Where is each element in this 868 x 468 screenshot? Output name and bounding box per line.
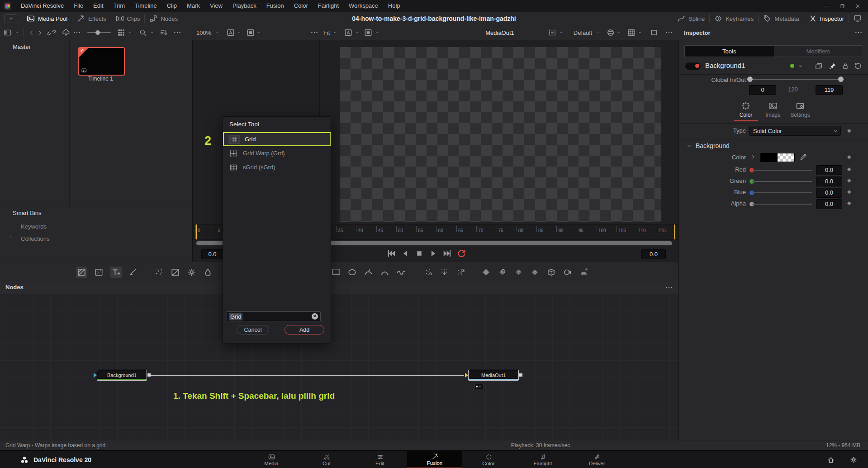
node-output[interactable] [519, 373, 522, 377]
chevron-right-icon[interactable] [750, 154, 756, 160]
more-options-icon[interactable] [73, 29, 81, 37]
more-options-icon[interactable] [854, 29, 863, 37]
tool-light3d-icon[interactable] [530, 267, 540, 277]
clear-search-icon[interactable]: ✕ [312, 313, 318, 320]
tool-ellipse-icon[interactable] [347, 267, 357, 277]
more-options-icon[interactable] [173, 29, 181, 37]
tool-fastnoise-icon[interactable] [94, 267, 104, 277]
grid-view-icon[interactable] [117, 29, 125, 37]
node-output[interactable] [147, 373, 151, 377]
channel-value-field[interactable]: 0.0 [816, 188, 842, 198]
close-icon[interactable] [855, 3, 861, 9]
global-in-field[interactable]: 0 [749, 85, 776, 95]
header-button-clips[interactable]: Clips [116, 12, 140, 25]
node-mediaout1[interactable]: MediaOut1 [468, 370, 519, 381]
stop-button[interactable] [414, 248, 424, 258]
tool-merge3d-icon[interactable] [481, 267, 491, 277]
node-enable-toggle[interactable] [685, 62, 701, 70]
panel-toggle-button[interactable] [5, 14, 17, 23]
buffer-icon[interactable] [247, 29, 255, 37]
tab-settings[interactable]: Settings [784, 101, 816, 118]
tool-bspline-icon[interactable] [380, 267, 389, 277]
modifier-diamond-icon[interactable]: ◆ [847, 200, 851, 206]
tool-particles-icon[interactable] [154, 267, 164, 277]
roi-icon[interactable] [548, 29, 556, 37]
tool-paint-icon[interactable] [128, 267, 138, 277]
modifier-diamond-icon[interactable]: ◆ [847, 177, 851, 183]
thumbnail-size-slider[interactable] [87, 32, 111, 33]
tool-item-sgrid-sgrd-[interactable]: sGrid (sGrd) [223, 160, 331, 174]
eyedropper-icon[interactable] [799, 153, 807, 161]
sidebar-item-keywords[interactable]: Keywords [21, 223, 47, 230]
modifier-diamond-icon[interactable]: ◆ [847, 166, 851, 172]
header-button-spline[interactable]: Spline [677, 12, 705, 25]
3d-view-icon[interactable] [607, 29, 615, 37]
menu-help[interactable]: Help [383, 0, 405, 12]
node-graph[interactable]: Background1 MediaOut1 [0, 293, 678, 440]
tab-tools[interactable]: Tools [685, 46, 774, 57]
sidebar-item-collections[interactable]: Collections [21, 235, 50, 242]
unlink-icon[interactable] [47, 29, 56, 37]
minimize-icon[interactable] [823, 3, 829, 9]
more-options-icon[interactable] [310, 29, 318, 37]
tool-render3d-icon[interactable] [579, 267, 588, 277]
modifier-diamond-icon[interactable]: ◆ [847, 128, 851, 134]
header-button-inspector[interactable]: Inspector [809, 12, 844, 25]
tool-camera3d-icon[interactable] [563, 267, 572, 277]
tool-rectangle-icon[interactable] [331, 267, 341, 277]
pin-icon[interactable] [829, 62, 837, 70]
tool-prender-icon[interactable] [456, 267, 465, 277]
tool-item-grid[interactable]: Grid [223, 132, 331, 146]
cloud-sync-icon[interactable] [62, 29, 70, 37]
slider-track[interactable] [752, 181, 812, 182]
global-inout-slider[interactable] [749, 79, 842, 80]
nav-page-color[interactable]: Color [464, 451, 513, 468]
tool-search-input[interactable]: Grid ✕ [227, 311, 321, 321]
forward-icon[interactable] [37, 30, 43, 36]
chevron-down-icon[interactable] [595, 30, 600, 35]
color-swatch[interactable] [760, 153, 795, 162]
tool-plane3d-icon[interactable] [546, 267, 556, 277]
lut-dropdown[interactable]: Default [574, 29, 592, 36]
channel-a-icon[interactable] [227, 29, 235, 37]
menu-edit[interactable]: Edit [88, 0, 108, 12]
chevron-down-icon[interactable] [333, 30, 337, 35]
tab-modifiers[interactable]: Modifiers [774, 46, 863, 57]
end-time-field[interactable]: 0.0 [641, 249, 666, 259]
menu-fairlight[interactable]: Fairlight [313, 0, 344, 12]
guides-icon[interactable] [627, 29, 636, 37]
tool-curves-icon[interactable] [171, 267, 180, 277]
node-input[interactable] [94, 373, 97, 377]
menu-timeline[interactable]: Timeline [130, 0, 162, 12]
tool-wave-icon[interactable] [396, 267, 406, 277]
chevron-down-icon[interactable] [14, 30, 19, 35]
chevron-down-icon[interactable] [617, 30, 621, 35]
node-background1[interactable]: Background1 [97, 370, 147, 381]
modifier-diamond-icon[interactable]: ◆ [847, 154, 851, 160]
smart-bins-label[interactable]: Smart Bins [13, 210, 42, 216]
restore-icon[interactable] [839, 3, 845, 9]
chevron-down-icon[interactable] [355, 30, 359, 35]
tool-pmerge-icon[interactable] [440, 267, 449, 277]
chevron-down-icon[interactable] [559, 30, 563, 35]
node-connection[interactable] [150, 375, 464, 376]
type-select[interactable]: Solid Color [749, 126, 841, 136]
nav-page-deliver[interactable]: Deliver [572, 451, 622, 468]
current-time-field[interactable]: 0.0 [201, 249, 223, 259]
chevron-down-icon[interactable] [638, 30, 642, 35]
more-options-icon[interactable] [665, 283, 673, 291]
slider-track[interactable] [752, 192, 812, 193]
header-button-keyframes[interactable]: Keyframes [714, 12, 754, 25]
channel-a-icon[interactable] [344, 29, 352, 37]
node-input[interactable] [465, 373, 468, 377]
tool-item-grid-warp-grd-[interactable]: Grid Warp (Grd) [223, 146, 331, 160]
bin-master[interactable]: Master [13, 43, 31, 50]
chevron-right-icon[interactable] [8, 234, 13, 239]
background-group-header[interactable]: Background [686, 142, 730, 149]
app-icon[interactable] [4, 2, 11, 10]
viewer-assign-badge[interactable] [474, 384, 484, 389]
bin-view-icon[interactable] [4, 29, 12, 37]
chevron-down-icon[interactable] [375, 30, 379, 35]
menu-mark[interactable]: Mark [182, 0, 205, 12]
search-icon[interactable] [139, 29, 147, 37]
